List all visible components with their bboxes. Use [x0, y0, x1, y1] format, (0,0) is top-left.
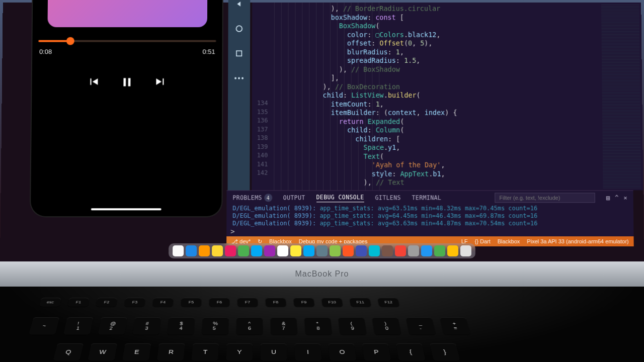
dock-app[interactable] [173, 245, 184, 256]
back-icon[interactable] [234, 0, 245, 10]
keyboard-key: ) 0 [372, 317, 401, 335]
keyboard-key: { [396, 343, 426, 361]
dock-app[interactable] [277, 245, 288, 256]
panel-settings-icon[interactable]: ▤ [606, 194, 610, 201]
keyboard-key: F1 [67, 298, 89, 306]
dock-app[interactable] [251, 245, 262, 256]
dock-app[interactable] [330, 245, 341, 256]
status-blackbox-2[interactable]: Blackbox [498, 238, 520, 244]
debug-console-output[interactable]: D/EGL_emulation( 8939): app_time_stats: … [226, 204, 633, 228]
console-prompt[interactable]: > [230, 227, 234, 235]
dock-app[interactable] [303, 245, 314, 256]
keyboard-key: ! 1 [63, 317, 94, 335]
keyboard-key: E [122, 343, 151, 361]
time-current: 0:08 [39, 48, 52, 55]
tab-terminal[interactable]: TERMINAL [412, 194, 442, 201]
problems-badge: 4 [264, 194, 272, 202]
status-language[interactable]: {} Dart [475, 238, 491, 244]
svg-point-0 [236, 26, 243, 31]
keyboard-key: O [328, 343, 356, 361]
tab-gitlens[interactable]: GITLENS [375, 194, 401, 201]
dock-app[interactable] [238, 245, 249, 256]
line-gutter: 134135136137138139140141142 [252, 99, 271, 177]
dock-app[interactable] [395, 245, 406, 256]
keyboard-key: ~ [29, 317, 59, 335]
keyboard-key: F12 [377, 298, 399, 306]
phone-emulator: Total Aya : 7 0:08 0:51 [31, 0, 222, 216]
minimap[interactable] [601, 5, 641, 189]
dock-app[interactable] [199, 245, 210, 256]
laptop-keyboard: escF1F2F3F4F5F6F7F8F9F10F11F12 ~! 1@ 2# … [0, 287, 644, 362]
keyboard-key: & 7 [271, 317, 298, 335]
keyboard-key: Y [226, 343, 253, 361]
keyboard-key: # 3 [132, 317, 161, 335]
bottom-panel: PROBLEMS4 OUTPUT DEBUG CONSOLE GITLENS T… [226, 190, 633, 236]
keyboard-key: @ 2 [98, 317, 127, 335]
time-total: 0:51 [202, 48, 215, 55]
tab-debug-console[interactable]: DEBUG CONSOLE [316, 194, 364, 202]
keyboard-key: ( 9 [338, 317, 367, 335]
keyboard-key: Q [53, 343, 83, 361]
laptop-model-label: MacBook Pro [295, 269, 349, 279]
panel-maximize-icon[interactable]: ^ [615, 194, 618, 201]
overview-icon[interactable] [233, 48, 245, 59]
dock-app[interactable] [343, 245, 354, 256]
dock-app[interactable] [212, 245, 223, 256]
dock-app[interactable] [356, 245, 367, 256]
keyboard-key: I [294, 343, 321, 361]
home-icon[interactable] [233, 23, 245, 34]
dock-app[interactable] [264, 245, 275, 256]
dock-app[interactable] [290, 245, 301, 256]
dock-app[interactable] [316, 245, 328, 256]
dock-app[interactable] [447, 245, 458, 256]
dock-app[interactable] [186, 245, 197, 256]
keyboard-key: F6 [209, 298, 229, 306]
keyboard-key: _ - [406, 317, 436, 335]
keyboard-key: $ 4 [167, 317, 195, 335]
dock-app[interactable] [460, 245, 471, 256]
now-playing-card: Total Aya : 7 [47, 0, 207, 27]
keyboard-key: esc [39, 298, 61, 306]
keyboard-key: F11 [350, 298, 371, 306]
keyboard-key: T [192, 343, 219, 361]
macos-dock[interactable] [169, 243, 475, 258]
keyboard-key: } [430, 343, 460, 361]
keyboard-key: F3 [124, 298, 145, 306]
code-editor[interactable]: 134135136137138139140141142 ), // Border… [252, 3, 643, 190]
dock-app[interactable] [369, 245, 380, 256]
panel-close-icon[interactable]: ✕ [623, 194, 627, 201]
previous-track-button[interactable] [87, 75, 100, 92]
keyboard-key: R [157, 343, 185, 361]
dock-app[interactable] [382, 245, 393, 256]
next-track-button[interactable] [154, 75, 167, 92]
keyboard-key: * 8 [304, 317, 332, 335]
keyboard-key: F8 [265, 298, 286, 306]
dock-app[interactable] [408, 245, 419, 256]
keyboard-key: P [362, 343, 391, 361]
laptop-chin: MacBook Pro [0, 261, 644, 287]
console-filter-input[interactable] [495, 193, 595, 203]
keyboard-key: + = [440, 317, 470, 335]
tab-output[interactable]: OUTPUT [283, 194, 305, 201]
home-indicator[interactable] [91, 208, 162, 210]
dock-app[interactable] [434, 245, 445, 256]
keyboard-key: % 5 [202, 317, 229, 335]
more-icon[interactable] [233, 73, 245, 84]
dock-app[interactable] [225, 245, 236, 256]
status-device[interactable]: Pixel 3a API 33 (android-arm64 emulator) [527, 238, 628, 244]
tab-problems[interactable]: PROBLEMS4 [232, 194, 272, 202]
pause-button[interactable] [120, 75, 134, 92]
keyboard-key: F5 [181, 298, 202, 306]
dock-app[interactable] [421, 245, 432, 256]
keyboard-key: F2 [96, 298, 118, 306]
keyboard-key: F4 [152, 298, 173, 306]
keyboard-key: W [88, 343, 117, 361]
keyboard-key: ^ 6 [236, 317, 263, 335]
svg-rect-1 [236, 51, 242, 56]
keyboard-key: F7 [237, 298, 258, 306]
keyboard-key: U [261, 343, 287, 361]
keyboard-key: F10 [321, 298, 343, 306]
seek-slider[interactable] [38, 37, 216, 45]
keyboard-key: F9 [293, 298, 314, 306]
